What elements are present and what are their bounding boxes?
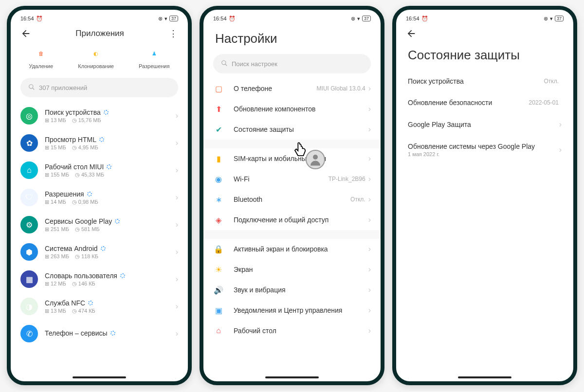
chevron-right-icon: › <box>368 306 371 315</box>
phone-apps-screen: 16:54 ⏰ ⊗ ▾ 37 Приложения ⋮ 🗑 Удаление ◐… <box>7 6 192 385</box>
action-permissions[interactable]: ♟ Разрешения <box>139 47 169 69</box>
home-indicator[interactable] <box>458 376 511 378</box>
phone-security-screen: 16:54 ⏰ ⊗ ▾ 37 Состояние защиты Поиск ус… <box>392 6 577 385</box>
search-icon <box>28 84 35 92</box>
statusbar: 16:54 ⏰ ⊗ ▾ 37 <box>396 13 573 24</box>
chevron-right-icon: › <box>176 302 178 311</box>
app-row[interactable]: ⌂ Рабочий стол MIUI ⊞ 155 МБ ◷ 45,33 МБ … <box>11 157 188 184</box>
app-row[interactable]: ◑ Служба NFC ⊞ 13 МБ ◷ 474 КБ › <box>11 293 188 320</box>
storage-size: ⊞ 15 МБ <box>45 144 66 151</box>
action-label: Разрешения <box>139 63 169 69</box>
data-size: ◷ 474 КБ <box>72 308 95 314</box>
clock: 16:54 <box>20 16 34 21</box>
avatar-overlay <box>306 150 325 169</box>
overflow-menu[interactable]: ⋮ <box>168 28 178 39</box>
app-name: Служба NFC <box>45 299 85 307</box>
data-size: ◷ 146 КБ <box>72 281 95 287</box>
settings-row[interactable]: 🔊 Звук и вибрация › <box>203 280 381 300</box>
home-indicator[interactable] <box>73 376 126 378</box>
app-row[interactable]: ✆ Телефон – сервисы › <box>11 320 188 347</box>
app-icon: ⌂ <box>20 161 38 179</box>
alarm-icon: ⏰ <box>36 16 43 22</box>
setting-label: Рабочий стол <box>234 327 368 335</box>
settings-row[interactable]: ▢ О телефоне MIUI Global 13.0.4 › <box>203 78 381 99</box>
storage-size: ⊞ 155 МБ <box>45 172 69 178</box>
chevron-right-icon: › <box>368 175 371 183</box>
wifi-icon: ▾ <box>357 16 360 22</box>
settings-row[interactable]: ☀ Экран › <box>203 259 381 280</box>
settings-row[interactable]: ▣ Уведомления и Центр управления › <box>203 300 381 321</box>
app-name: Телефон – сервисы <box>45 329 108 337</box>
svg-point-4 <box>313 155 318 160</box>
chevron-right-icon: › <box>368 265 371 274</box>
action-delete[interactable]: 🗑 Удаление <box>29 47 54 69</box>
sound-icon: 🔊 <box>213 285 224 295</box>
settings-row[interactable]: ∗ Bluetooth Откл. › <box>203 189 381 210</box>
item-label: Обновление безопасности <box>408 99 529 107</box>
setting-label: Состояние защиты <box>234 125 368 133</box>
loading-spinner-icon <box>104 110 109 115</box>
setting-value: Откл. <box>350 196 365 203</box>
app-icon: ◎ <box>20 107 38 125</box>
chevron-right-icon: › <box>176 139 178 147</box>
shield-icon: ✔ <box>213 124 224 135</box>
setting-label: Обновление компонентов <box>234 105 368 113</box>
voip-icon: ⊗ <box>158 16 163 22</box>
home-indicator[interactable] <box>265 376 319 378</box>
chevron-right-icon: › <box>559 145 562 154</box>
settings-row[interactable]: ▮ SIM-карты и мобильные сети › <box>203 148 381 169</box>
setting-value: TP-Link_2B96 <box>328 176 365 182</box>
clock: 16:54 <box>406 16 420 21</box>
app-icon: 🛡 <box>20 189 38 206</box>
settings-row[interactable]: ◉ Wi-Fi TP-Link_2B96 › <box>203 169 381 189</box>
wifi-icon: ▾ <box>550 16 553 22</box>
phone-settings-screen: 16:54 ⏰ ⊗ ▾ 37 Настройки Поиск настроек … <box>200 6 384 385</box>
app-row[interactable]: ⚙ Сервисы Google Play ⊞ 251 МБ ◷ 581 МБ … <box>11 211 188 238</box>
app-name: Система Android <box>45 245 98 252</box>
settings-row[interactable]: ⌂ Рабочий стол › <box>203 321 381 341</box>
item-label: Google Play Защита <box>408 121 559 128</box>
chevron-right-icon: › <box>368 154 371 163</box>
page-title: Состояние защиты <box>396 41 573 71</box>
settings-list: ▢ О телефоне MIUI Global 13.0.4 › ⬆ Обно… <box>203 78 381 341</box>
app-row[interactable]: ◎ Поиск устройства ⊞ 13 МБ ◷ 15,76 МБ › <box>11 102 188 129</box>
search-input[interactable]: 307 приложений <box>20 78 178 97</box>
security-row[interactable]: Google Play Защита › <box>396 113 573 136</box>
settings-row[interactable]: ⬆ Обновление компонентов › <box>203 99 381 119</box>
chevron-right-icon: › <box>176 193 178 202</box>
alarm-icon: ⏰ <box>229 16 236 22</box>
loading-spinner-icon <box>101 246 106 251</box>
search-input[interactable]: Поиск настроек <box>213 54 371 73</box>
setting-label: Подключение и общий доступ <box>234 216 368 224</box>
settings-row[interactable]: ✔ Состояние защиты › <box>203 119 381 140</box>
settings-row[interactable]: 🔒 Активный экран и блокировка › <box>203 239 381 259</box>
settings-row[interactable]: ◈ Подключение и общий доступ › <box>203 210 381 230</box>
back-button[interactable] <box>406 32 417 40</box>
app-row[interactable]: ⬢ Система Android ⊞ 263 МБ ◷ 118 КБ › <box>11 238 188 266</box>
storage-size: ⊞ 263 МБ <box>45 253 69 260</box>
app-icon: ✆ <box>20 325 38 342</box>
security-list: Поиск устройства Откл. Обновление безопа… <box>396 71 573 164</box>
svg-point-2 <box>222 60 226 64</box>
chevron-right-icon: › <box>559 120 562 129</box>
app-row[interactable]: ▦ Словарь пользователя ⊞ 12 МБ ◷ 146 КБ … <box>11 266 188 293</box>
action-clone[interactable]: ◐ Клонирование <box>78 47 114 69</box>
loading-spinner-icon <box>88 301 93 305</box>
data-size: ◷ 15,76 МБ <box>72 117 101 124</box>
app-row[interactable]: 🛡 Разрешения ⊞ 14 МБ ◷ 0,98 МБ › <box>11 184 188 211</box>
data-size: ◷ 45,33 МБ <box>75 172 104 178</box>
item-value: 2022-05-01 <box>529 99 559 106</box>
phone-icon: ▢ <box>213 83 224 94</box>
app-row[interactable]: ✿ Просмотр HTML ⊞ 15 МБ ◷ 4,95 МБ › <box>11 129 188 157</box>
item-label: Поиск устройства <box>408 77 544 85</box>
security-row[interactable]: Обновление системы через Google Play 1 м… <box>396 136 573 164</box>
chevron-right-icon: › <box>368 285 371 294</box>
chevron-right-icon: › <box>176 248 178 256</box>
back-button[interactable] <box>20 28 31 39</box>
bluetooth-icon: ∗ <box>213 194 224 205</box>
security-row[interactable]: Обновление безопасности 2022-05-01 <box>396 92 573 113</box>
data-size: ◷ 581 МБ <box>75 226 100 232</box>
battery-indicator: 37 <box>169 16 178 21</box>
setting-label: Экран <box>234 266 368 273</box>
security-row[interactable]: Поиск устройства Откл. <box>396 71 573 92</box>
